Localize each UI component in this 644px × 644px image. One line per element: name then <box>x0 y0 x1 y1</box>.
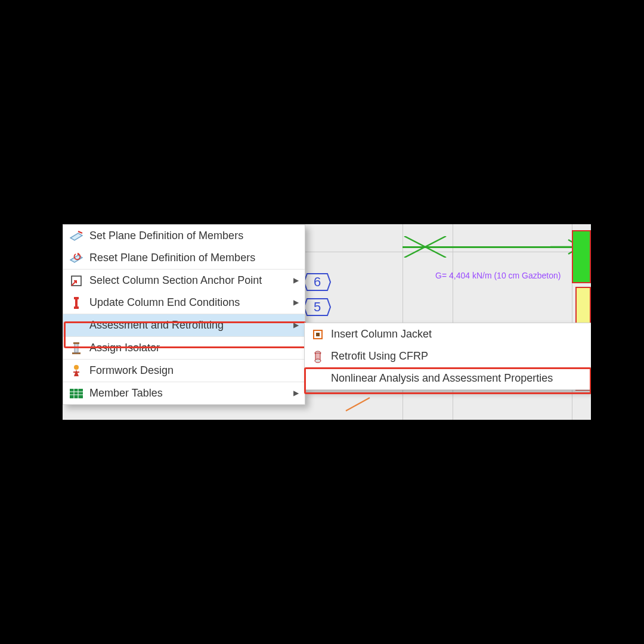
column-end-icon <box>63 296 89 309</box>
menu-item-label: Update Column End Conditions <box>89 292 287 314</box>
assessment-submenu: Insert Column Jacket Retrofit Using CFRP… <box>304 323 591 390</box>
selected-element[interactable] <box>572 230 591 283</box>
submenu-arrow-icon: ▶ <box>287 292 299 314</box>
table-icon <box>63 389 89 398</box>
isolator-icon <box>63 342 89 355</box>
beam-label: 5 <box>304 297 331 317</box>
svg-point-16 <box>74 365 79 370</box>
menu-item-label: Member Tables <box>89 382 287 404</box>
plane-reset-icon <box>63 253 89 264</box>
menu-item-assign-isolator[interactable]: Assign Isolator <box>63 336 305 359</box>
menu-item-assessment-retrofitting[interactable]: Assessment and Retrofitting ▶ <box>63 314 305 336</box>
svg-line-9 <box>72 281 76 286</box>
submenu-item-nonlinear-properties[interactable]: Nonlinear Analysis and Assessment Proper… <box>305 367 591 389</box>
column-jacket-icon <box>305 329 331 340</box>
menu-item-anchor-point[interactable]: Select Column Section Anchor Point ▶ <box>63 269 305 292</box>
menu-item-label: Set Plane Definition of Members <box>89 225 287 247</box>
menu-item-label: Assessment and Retrofitting <box>89 314 287 336</box>
menu-item-label: Assign Isolator <box>89 337 287 359</box>
svg-rect-15 <box>73 342 79 344</box>
submenu-item-insert-jacket[interactable]: Insert Column Jacket <box>305 323 591 345</box>
diagonal-mark-icon <box>343 396 373 414</box>
beam-label: 6 <box>304 272 331 292</box>
plane-set-icon <box>63 231 89 242</box>
anchor-point-icon <box>63 275 89 287</box>
cfrp-icon <box>305 350 331 363</box>
submenu-item-label: Insert Column Jacket <box>331 323 432 345</box>
menu-item-reset-plane[interactable]: Reset Plane Definition of Members <box>63 247 305 269</box>
svg-rect-24 <box>316 333 320 336</box>
dimension-arrow-icon <box>401 236 591 258</box>
svg-rect-12 <box>74 306 79 309</box>
svg-rect-14 <box>75 343 78 352</box>
menu-item-end-conditions[interactable]: Update Column End Conditions ▶ <box>63 292 305 314</box>
svg-rect-10 <box>74 297 79 299</box>
svg-rect-18 <box>70 389 83 398</box>
context-menu: Set Plane Definition of Members Reset Pl… <box>63 224 305 405</box>
menu-item-label: Select Column Section Anchor Point <box>89 270 287 292</box>
submenu-item-label: Nonlinear Analysis and Assessment Proper… <box>331 367 553 389</box>
screenshot-region: G= 4,404 kN/m (10 cm Gazbeton) 6 5 Set P… <box>63 224 591 420</box>
svg-rect-11 <box>75 299 78 306</box>
submenu-arrow-icon: ▶ <box>287 314 299 336</box>
menu-item-formwork-design[interactable]: Formwork Design <box>63 359 305 382</box>
svg-line-3 <box>346 398 370 411</box>
submenu-arrow-icon: ▶ <box>287 382 299 404</box>
formwork-icon <box>63 364 89 377</box>
submenu-item-retrofit-cfrp[interactable]: Retrofit Using CFRP <box>305 345 591 367</box>
menu-item-set-plane[interactable]: Set Plane Definition of Members <box>63 225 305 247</box>
svg-marker-6 <box>70 233 82 240</box>
submenu-item-label: Retrofit Using CFRP <box>331 345 428 367</box>
submenu-arrow-icon: ▶ <box>287 270 299 292</box>
menu-item-member-tables[interactable]: Member Tables ▶ <box>63 382 305 404</box>
load-annotation: G= 4,404 kN/m (10 cm Gazbeton) <box>435 271 561 280</box>
svg-point-27 <box>315 359 321 363</box>
menu-item-label: Reset Plane Definition of Members <box>89 247 287 269</box>
menu-item-label: Formwork Design <box>89 360 287 382</box>
